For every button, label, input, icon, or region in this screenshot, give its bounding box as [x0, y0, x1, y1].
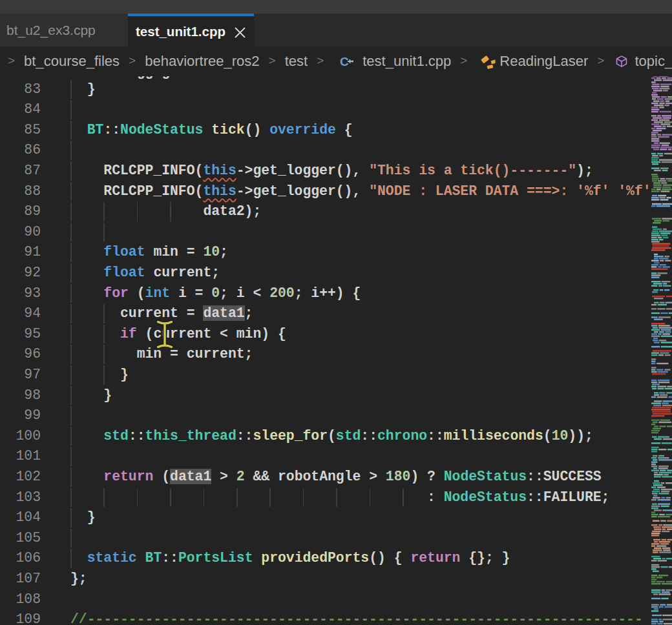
svg-text:C: C — [340, 55, 349, 68]
